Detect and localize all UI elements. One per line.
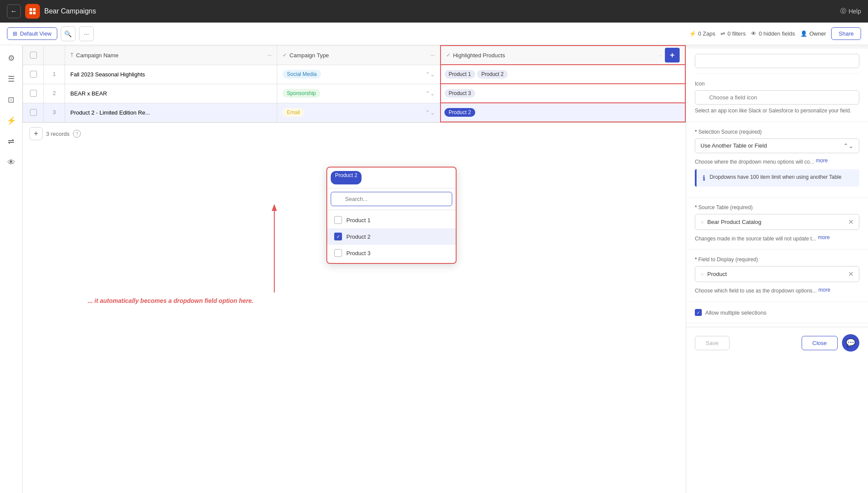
add-column-button[interactable]: + [665, 48, 680, 62]
owner-button[interactable]: 👤 Owner [800, 30, 826, 37]
campaign-type-2[interactable]: Sponsorship ⌃⌄ [277, 84, 441, 103]
highlighted-products-3[interactable]: Product 2 [441, 103, 685, 122]
row-checkbox-3[interactable] [23, 103, 44, 122]
share-button[interactable]: Share [831, 27, 861, 40]
campaign-name-header: T Campaign Name ··· [65, 46, 277, 65]
panel-footer: Save Close 💬 [686, 327, 868, 358]
checkbox-unchecked-product3 [334, 249, 342, 257]
more-icon: ··· [84, 30, 89, 37]
sidebar-settings-icon[interactable]: ⚙ [3, 50, 19, 66]
right-panel: Icon ○ Select an app icon like Slack or … [686, 45, 868, 493]
zaps-button[interactable]: ⚡ 0 Zaps [689, 30, 716, 37]
back-button[interactable]: ← [7, 4, 21, 18]
column-more-icon[interactable]: ··· [267, 52, 272, 58]
icon-label: Icon [695, 81, 859, 87]
expand-icon-2[interactable]: ⌃⌄ [425, 90, 435, 97]
chat-button[interactable]: 💬 [842, 334, 859, 352]
eye-icon: 👁 [751, 30, 756, 37]
row-checkbox-1[interactable] [23, 65, 44, 84]
field-display-field[interactable]: ○ Product ✕ [695, 266, 859, 282]
toolbar-left: ⊞ Default View 🔍 ··· [7, 26, 94, 41]
top-nav: ← Bear Campaigns ⓪ Help [0, 0, 868, 23]
selection-source-dropdown[interactable]: Use Another Table or Field ⌃⌄ [695, 138, 859, 153]
social-media-badge: Social Media [283, 70, 321, 79]
column-type-more-icon[interactable]: ··· [431, 52, 435, 58]
sidebar: ⚙ ☰ ⊡ ⚡ ⇌ 👁 [0, 45, 23, 493]
add-record-button[interactable]: + [30, 127, 43, 140]
records-bar: + 3 records ? [23, 122, 686, 145]
sidebar-filter-icon[interactable]: ⇌ [3, 134, 19, 149]
chat-icon: 💬 [846, 338, 855, 348]
annotation-layer: ... it automatically becomes a dropdown … [88, 297, 253, 305]
row-num-3: 3 [44, 103, 65, 122]
panel-top-input [695, 49, 859, 74]
info-box: ℹ Dropdowns have 100 item limit when usi… [695, 169, 859, 187]
sponsorship-badge: Sponsorship [283, 89, 320, 98]
check-hp-icon: ✓ [446, 52, 450, 58]
highlighted-products-2[interactable]: Product 3 [441, 84, 685, 103]
campaign-name-3[interactable]: Product 2 - Limited Edition Re... [65, 103, 277, 122]
info-text: Dropdowns have 100 item limit when using… [710, 174, 842, 181]
dropdown-option-product2[interactable]: ✓ Product 2 [327, 228, 456, 245]
toolbar-right: ⚡ 0 Zaps ⇌ 0 filters 👁 0 hidden fields 👤… [689, 27, 861, 40]
hidden-fields-button[interactable]: 👁 0 hidden fields [751, 30, 795, 37]
close-button[interactable]: Close [802, 336, 838, 350]
row-checkbox-2[interactable] [23, 84, 44, 103]
sidebar-template-icon[interactable]: ⊡ [3, 92, 19, 108]
option-label-product2: Product 2 [346, 233, 371, 240]
row-num-2: 2 [44, 84, 65, 103]
product-tag: Product 1 [444, 70, 475, 79]
campaign-type-1[interactable]: Social Media ⌃⌄ [277, 65, 441, 84]
field-display-more-link[interactable]: more [819, 287, 830, 293]
email-badge: Email [283, 108, 304, 117]
allow-multiple-label[interactable]: ✓ Allow multiple selections [695, 309, 859, 316]
default-view-button[interactable]: ⊞ Default View [7, 27, 57, 40]
dropdown-search-input[interactable] [331, 192, 452, 206]
save-button[interactable]: Save [695, 336, 730, 350]
svg-rect-1 [30, 8, 32, 11]
clear-field-display-button[interactable]: ✕ [848, 270, 854, 278]
sidebar-eye-icon[interactable]: 👁 [3, 154, 19, 170]
column-hp-more-icon[interactable]: · [660, 52, 661, 59]
campaign-name-1[interactable]: Fall 2023 Seasonal Highlights [65, 65, 277, 84]
checkbox-unchecked-product1 [334, 216, 342, 224]
field-display-icon: ○ [700, 271, 704, 277]
expand-icon-3[interactable]: ⌃⌄ [425, 109, 435, 116]
help-circle-icon: ⓪ [840, 7, 846, 15]
selection-source-more-link[interactable]: more [816, 158, 828, 164]
annotation-arrow [248, 201, 300, 301]
table-area: T Campaign Name ··· ✓ Campaign Type ··· [23, 45, 686, 493]
help-icon[interactable]: ? [73, 130, 81, 138]
svg-rect-4 [33, 12, 36, 14]
toolbar: ⊞ Default View 🔍 ··· ⚡ 0 Zaps ⇌ 0 filter… [0, 23, 868, 45]
person-icon: 👤 [800, 30, 807, 37]
dropdown-option-product1[interactable]: Product 1 [327, 212, 456, 228]
icon-search-input[interactable] [695, 90, 859, 105]
selection-source-desc: Choose where the dropdown menu options w… [695, 158, 814, 166]
records-count: 3 records [46, 131, 69, 137]
expand-icon-1[interactable]: ⌃⌄ [425, 71, 435, 78]
filters-button[interactable]: ⇌ 0 filters [720, 30, 746, 37]
campaign-type-3[interactable]: Email ⌃⌄ [277, 103, 441, 122]
icon-section: Icon ○ Select an app icon like Slack or … [686, 74, 868, 122]
allow-multiple-checkbox[interactable]: ✓ [695, 309, 702, 316]
dropdown-option-product3[interactable]: Product 3 [327, 245, 456, 261]
more-options-button[interactable]: ··· [79, 26, 94, 41]
product-tag: Product 3 [444, 89, 475, 98]
source-table-more-link[interactable]: more [818, 234, 830, 240]
sidebar-automation-icon[interactable]: ⚡ [3, 113, 19, 128]
svg-rect-3 [30, 12, 32, 14]
field-display-section: * Field to Display (required) ○ Product … [686, 250, 868, 302]
help-button[interactable]: ⓪ Help [840, 7, 861, 15]
panel-top-field[interactable] [695, 54, 859, 68]
sidebar-layers-icon[interactable]: ☰ [3, 71, 19, 87]
svg-rect-2 [33, 8, 36, 11]
source-table-field[interactable]: ○ Bear Product Catalog ✕ [695, 214, 859, 230]
campaign-name-2[interactable]: BEAR x BEAR [65, 84, 277, 103]
clear-source-table-button[interactable]: ✕ [848, 218, 854, 226]
highlighted-products-1[interactable]: Product 1 Product 2 [441, 65, 685, 84]
allow-multiple-section: ✓ Allow multiple selections [686, 302, 868, 323]
search-button[interactable]: 🔍 [61, 26, 76, 41]
select-all-checkbox[interactable] [30, 52, 37, 59]
svg-rect-0 [28, 7, 37, 16]
